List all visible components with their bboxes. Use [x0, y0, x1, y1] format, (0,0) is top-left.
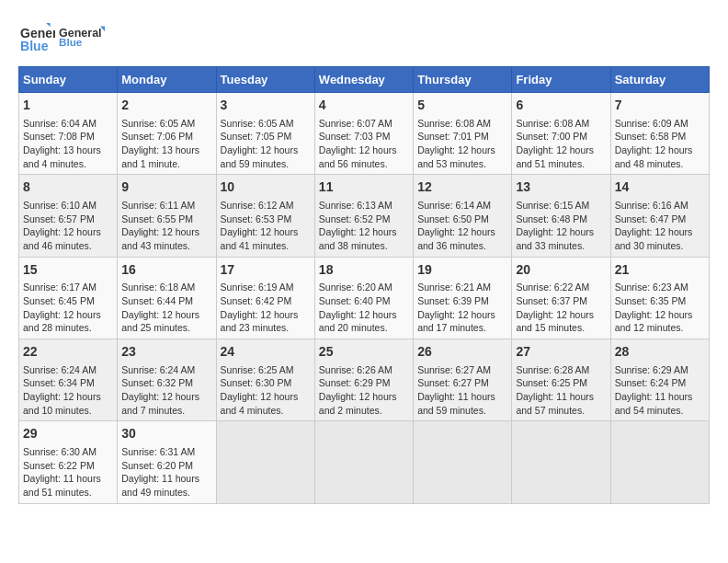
calendar-cell: 22Sunrise: 6:24 AMSunset: 6:34 PMDayligh…	[19, 339, 118, 421]
calendar-cell: 17Sunrise: 6:19 AMSunset: 6:42 PMDayligh…	[216, 257, 314, 339]
day-info: Sunset: 6:39 PM	[417, 294, 507, 308]
day-info: Sunrise: 6:14 AM	[417, 199, 507, 213]
day-info: Daylight: 12 hours and 33 minutes.	[516, 225, 606, 252]
week-row-4: 22Sunrise: 6:24 AMSunset: 6:34 PMDayligh…	[19, 339, 710, 421]
day-info: Sunset: 7:05 PM	[221, 130, 311, 144]
day-info: Daylight: 11 hours and 59 minutes.	[417, 390, 507, 417]
day-info: Sunset: 6:25 PM	[516, 376, 606, 390]
weekday-header-row: SundayMondayTuesdayWednesdayThursdayFrid…	[19, 67, 710, 93]
day-info: Sunset: 7:00 PM	[516, 130, 606, 144]
day-number: 13	[516, 178, 606, 197]
week-row-2: 8Sunrise: 6:10 AMSunset: 6:57 PMDaylight…	[19, 175, 710, 257]
day-number: 16	[121, 261, 211, 280]
day-number: 22	[23, 343, 113, 362]
calendar-cell: 24Sunrise: 6:25 AMSunset: 6:30 PMDayligh…	[216, 339, 314, 421]
day-info: Daylight: 11 hours and 51 minutes.	[23, 472, 113, 499]
day-info: Daylight: 12 hours and 10 minutes.	[23, 390, 113, 417]
day-info: Sunrise: 6:18 AM	[121, 281, 211, 294]
day-info: Sunset: 6:34 PM	[23, 376, 113, 390]
weekday-wednesday: Wednesday	[314, 67, 413, 93]
weekday-tuesday: Tuesday	[216, 67, 314, 93]
page-header: General Blue General Blue	[18, 18, 710, 57]
day-info: Daylight: 12 hours and 2 minutes.	[319, 390, 409, 417]
day-number: 6	[516, 97, 606, 115]
day-number: 24	[221, 343, 311, 362]
day-number: 20	[516, 261, 606, 280]
day-number: 12	[417, 178, 507, 197]
day-info: Daylight: 11 hours and 54 minutes.	[615, 390, 705, 417]
calendar-cell: 30Sunrise: 6:31 AMSunset: 6:20 PMDayligh…	[118, 421, 216, 503]
day-info: Daylight: 12 hours and 51 minutes.	[516, 144, 606, 170]
day-info: Sunrise: 6:10 AM	[23, 199, 113, 213]
day-info: Sunset: 6:44 PM	[121, 294, 211, 308]
calendar-cell: 8Sunrise: 6:10 AMSunset: 6:57 PMDaylight…	[19, 175, 118, 257]
day-info: Sunset: 6:20 PM	[121, 459, 211, 473]
calendar-cell: 12Sunrise: 6:14 AMSunset: 6:50 PMDayligh…	[414, 175, 512, 257]
day-info: Sunset: 6:22 PM	[23, 459, 113, 473]
day-number: 7	[615, 97, 705, 115]
day-info: Daylight: 12 hours and 20 minutes.	[319, 308, 409, 335]
day-info: Sunset: 7:06 PM	[121, 130, 211, 144]
day-info: Sunrise: 6:11 AM	[121, 199, 211, 213]
logo-graphic: General Blue	[59, 18, 105, 57]
day-info: Sunrise: 6:25 AM	[221, 363, 311, 377]
day-info: Daylight: 12 hours and 7 minutes.	[121, 390, 211, 417]
day-info: Sunset: 6:35 PM	[615, 294, 705, 308]
calendar-cell: 13Sunrise: 6:15 AMSunset: 6:48 PMDayligh…	[512, 175, 610, 257]
day-info: Daylight: 11 hours and 49 minutes.	[121, 472, 211, 499]
day-number: 18	[319, 261, 409, 280]
day-info: Sunset: 6:37 PM	[516, 294, 606, 308]
day-number: 19	[417, 261, 507, 280]
day-info: Sunrise: 6:23 AM	[615, 281, 705, 294]
weekday-thursday: Thursday	[414, 67, 512, 93]
day-info: Sunrise: 6:09 AM	[615, 117, 705, 131]
day-info: Sunset: 6:32 PM	[121, 376, 211, 390]
day-info: Sunset: 6:40 PM	[319, 294, 409, 308]
calendar-cell: 26Sunrise: 6:27 AMSunset: 6:27 PMDayligh…	[414, 339, 512, 421]
day-number: 26	[417, 343, 507, 362]
week-row-3: 15Sunrise: 6:17 AMSunset: 6:45 PMDayligh…	[19, 257, 710, 339]
day-info: Sunrise: 6:08 AM	[516, 117, 606, 131]
day-info: Sunrise: 6:12 AM	[221, 199, 311, 213]
logo-icon: General Blue	[18, 22, 55, 54]
day-number: 30	[121, 425, 211, 443]
day-number: 29	[23, 425, 113, 443]
day-number: 27	[516, 343, 606, 362]
day-info: Sunrise: 6:08 AM	[417, 117, 507, 131]
day-info: Sunrise: 6:19 AM	[221, 281, 311, 294]
day-info: Sunrise: 6:29 AM	[615, 363, 705, 377]
day-info: Sunrise: 6:13 AM	[319, 199, 409, 213]
day-number: 10	[221, 178, 311, 197]
svg-text:Blue: Blue	[59, 36, 83, 48]
day-info: Daylight: 12 hours and 4 minutes.	[221, 390, 311, 417]
day-info: Sunset: 6:29 PM	[319, 376, 409, 390]
day-info: Sunset: 6:55 PM	[121, 213, 211, 226]
calendar-cell	[512, 421, 610, 503]
day-number: 2	[121, 97, 211, 115]
day-number: 25	[319, 343, 409, 362]
day-number: 14	[615, 178, 705, 197]
calendar-cell: 19Sunrise: 6:21 AMSunset: 6:39 PMDayligh…	[414, 257, 512, 339]
day-info: Daylight: 11 hours and 57 minutes.	[516, 390, 606, 417]
weekday-friday: Friday	[512, 67, 610, 93]
weekday-monday: Monday	[118, 67, 216, 93]
day-info: Daylight: 12 hours and 43 minutes.	[121, 225, 211, 252]
day-info: Daylight: 12 hours and 36 minutes.	[417, 225, 507, 252]
calendar-body: 1Sunrise: 6:04 AMSunset: 7:08 PMDaylight…	[19, 93, 710, 504]
day-info: Daylight: 12 hours and 48 minutes.	[615, 144, 705, 170]
day-number: 8	[23, 178, 113, 197]
day-info: Daylight: 12 hours and 23 minutes.	[221, 308, 311, 335]
day-info: Sunset: 6:58 PM	[615, 130, 705, 144]
day-info: Sunrise: 6:28 AM	[516, 363, 606, 377]
day-info: Daylight: 12 hours and 41 minutes.	[221, 225, 311, 252]
day-info: Sunrise: 6:05 AM	[221, 117, 311, 131]
calendar-cell: 2Sunrise: 6:05 AMSunset: 7:06 PMDaylight…	[118, 93, 216, 175]
day-number: 4	[319, 97, 409, 115]
day-info: Daylight: 12 hours and 25 minutes.	[121, 308, 211, 335]
calendar-table: SundayMondayTuesdayWednesdayThursdayFrid…	[18, 66, 710, 504]
day-info: Daylight: 12 hours and 59 minutes.	[221, 144, 311, 170]
day-info: Daylight: 12 hours and 15 minutes.	[516, 308, 606, 335]
day-number: 5	[417, 97, 507, 115]
calendar-cell: 10Sunrise: 6:12 AMSunset: 6:53 PMDayligh…	[216, 175, 314, 257]
calendar-cell: 7Sunrise: 6:09 AMSunset: 6:58 PMDaylight…	[610, 93, 709, 175]
